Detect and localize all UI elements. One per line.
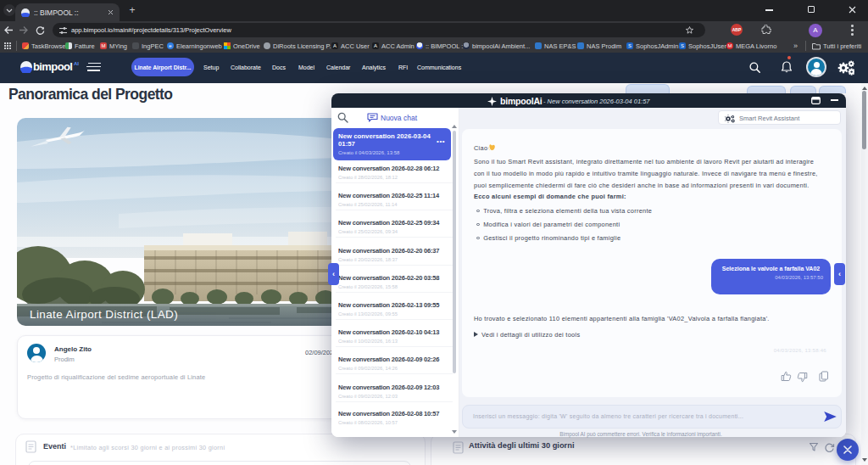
- svg-text:Linate Airport District (LAD): Linate Airport District (LAD): [30, 308, 178, 321]
